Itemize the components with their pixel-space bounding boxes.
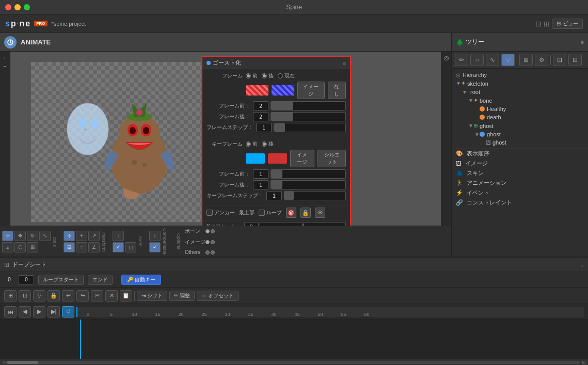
close-button[interactable] <box>5 4 11 10</box>
comp-btn2[interactable]: ✓ <box>149 242 161 252</box>
timeline-menu-icon[interactable]: ≡ <box>581 262 584 268</box>
scrollbar-thumb[interactable] <box>7 361 38 364</box>
timeline-scrollbar[interactable]: ⊡ <box>0 359 588 365</box>
scale-tool-btn[interactable]: ⤡ <box>39 231 51 241</box>
tree-item-ghost-link[interactable]: ▼ ⊕ ghost <box>452 121 588 130</box>
tree-tool-copy[interactable]: ⊡ <box>553 54 566 66</box>
ghost-menu-icon[interactable]: ≡ <box>343 60 346 66</box>
maximize-button[interactable] <box>24 4 30 10</box>
tree-item-images[interactable]: 🖼 イメージ <box>452 158 588 168</box>
kf-step-input[interactable] <box>266 191 282 200</box>
kf-silhouette-btn[interactable]: シルエット <box>317 150 346 167</box>
frame-after-frames-input[interactable] <box>253 112 268 121</box>
adjust-btn[interactable]: ✏ 調整 <box>169 291 195 301</box>
pb-next[interactable]: ▶| <box>47 306 60 318</box>
image-dot1[interactable] <box>205 240 210 244</box>
frame-image-btn[interactable]: イメージ <box>297 82 325 99</box>
bone-dot1[interactable] <box>205 229 210 233</box>
shear-tool-btn[interactable]: ⟁ <box>2 242 13 252</box>
anchor-checkbox[interactable]: アンカー <box>206 209 235 216</box>
transform-btn1[interactable]: ⊹ <box>63 231 75 241</box>
select-tool-btn[interactable]: ⊹ <box>2 231 13 241</box>
tree-menu-icon[interactable]: ≡ <box>581 39 584 45</box>
tree-item-death[interactable]: ▶ death <box>452 113 588 121</box>
tree-tool-curve[interactable]: ∿ <box>486 54 499 66</box>
minimize-button[interactable] <box>14 4 21 10</box>
frame-step-input[interactable] <box>256 123 272 132</box>
frame-before-frames-input[interactable] <box>253 101 268 110</box>
ttb-cut[interactable]: ✂ <box>91 290 103 301</box>
transform-btn4[interactable]: ⊟ <box>63 242 75 252</box>
weight-tool-btn[interactable]: ⬡ <box>14 242 26 252</box>
others-dot1[interactable] <box>205 250 210 255</box>
tree-item-skin[interactable]: 🧥 スキン <box>452 168 588 178</box>
loop-start-btn[interactable]: ループスタート <box>38 275 84 285</box>
tree-item-draworder[interactable]: 🎨 表示順序 <box>452 149 588 158</box>
ttb-paste[interactable]: 📋 <box>120 290 132 301</box>
frame-none-btn[interactable]: なし <box>328 82 346 99</box>
tree-tool-layers[interactable]: ⊟ <box>568 54 582 66</box>
ttb-undo[interactable]: ↩ <box>62 290 74 301</box>
frame-before-radio[interactable]: 前 <box>246 72 258 80</box>
frame-after-radio[interactable]: 後 <box>262 72 274 80</box>
anchor-tool-icon[interactable]: 🎯 <box>286 208 296 218</box>
transform-btn2[interactable]: + <box>76 231 87 241</box>
pb-play[interactable]: ▶ <box>33 306 45 318</box>
kf-before-radio[interactable]: 前 <box>246 140 258 148</box>
kf-step-slider[interactable] <box>284 191 346 200</box>
axes-btn2[interactable]: ✓ <box>113 242 124 252</box>
tree-item-bone[interactable]: ▼ ✦ bone <box>452 96 588 105</box>
pb-first[interactable]: ⏮ <box>4 306 17 318</box>
kf-after-slider[interactable] <box>271 180 346 189</box>
frame-after-color[interactable] <box>272 85 294 96</box>
pb-loop[interactable]: ↺ <box>62 306 74 318</box>
ttb-redo[interactable]: ↪ <box>76 290 89 301</box>
kf-before-color[interactable] <box>246 153 265 164</box>
end-btn[interactable]: エンド <box>88 275 113 285</box>
zoom-out-icon[interactable]: − <box>3 63 6 69</box>
current-frame-input[interactable] <box>19 275 34 284</box>
tree-tool-draw[interactable]: ✏ <box>455 54 468 66</box>
comp-btn1[interactable]: ↕ <box>149 231 161 241</box>
kf-after-radio[interactable]: 後 <box>262 140 274 148</box>
tree-tool-settings[interactable]: ⚙ <box>535 54 548 66</box>
frame-step-slider[interactable] <box>274 123 346 132</box>
auto-key-btn[interactable]: 🔑 自動キー <box>121 275 161 285</box>
tree-item-constraint[interactable]: 🔗 コンストレイント <box>452 198 588 208</box>
pb-prev[interactable]: ◀ <box>19 306 31 318</box>
ttb-add[interactable]: ⊞ <box>4 290 17 301</box>
tree-item-event[interactable]: ⚡ イベント <box>452 188 588 198</box>
minimize-icon[interactable]: ⊡ <box>535 20 542 28</box>
tree-tool-filter[interactable]: ▽ <box>501 54 515 66</box>
tree-item-skeleton[interactable]: ▼ ✦ skeleton <box>452 79 588 88</box>
mesh-tool-btn[interactable]: ⊞ <box>27 242 38 252</box>
view-button[interactable]: ⊟ ビュー <box>552 19 583 29</box>
transform-btn3[interactable]: ↗ <box>88 231 100 241</box>
x-offset-bar[interactable] <box>260 222 346 226</box>
ttb-filter[interactable]: ▽ <box>33 290 45 301</box>
kf-before-slider[interactable] <box>271 169 346 179</box>
zoom-in-icon[interactable]: + <box>3 55 6 61</box>
rotate-tool-btn[interactable]: ↻ <box>27 231 38 241</box>
tree-tool-circle[interactable]: ○ <box>470 54 484 66</box>
move-tool-btn[interactable]: ✥ <box>14 231 26 241</box>
frame-before-color[interactable] <box>246 85 268 96</box>
image-dot2[interactable] <box>211 240 215 244</box>
loop-checkbox[interactable]: ループ <box>259 209 282 216</box>
tile-icon[interactable]: ⊞ <box>544 20 550 28</box>
shift-btn[interactable]: ⇥ シフト <box>137 291 167 301</box>
tree-tool-frame[interactable]: ⊞ <box>519 54 533 66</box>
kf-after-frames-input[interactable] <box>253 180 268 189</box>
others-dot2[interactable] <box>211 250 215 255</box>
ttb-copy[interactable]: ⊡ <box>19 290 31 301</box>
tree-item-animation[interactable]: 🏃 アニメーション <box>452 178 588 188</box>
transform-btn5[interactable]: ≡ <box>76 242 87 252</box>
x-offset-input[interactable] <box>244 222 259 226</box>
offset-btn[interactable]: ↔ オフセット <box>197 291 239 301</box>
frame-before-slider[interactable] <box>271 101 346 110</box>
anchor-eye-icon[interactable]: 👁 <box>315 208 325 218</box>
axes-btn3[interactable]: ◻ <box>125 242 136 252</box>
ttb-delete[interactable]: ✕ <box>105 290 118 301</box>
kf-image-btn[interactable]: イメージ <box>290 150 314 167</box>
frame-after-slider[interactable] <box>271 112 346 121</box>
